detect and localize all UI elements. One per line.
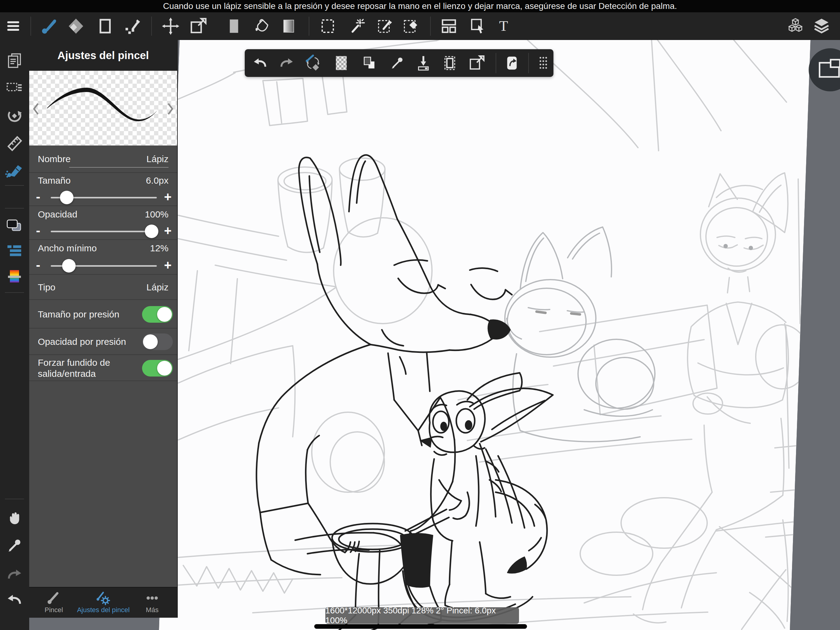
color-palette-icon[interactable] [1,263,28,290]
field-type-row[interactable]: Tipo Lápiz [29,274,177,300]
airbrush-icon[interactable] [1,156,28,184]
brush-gear-icon [95,590,111,606]
select-rect-tool-icon[interactable] [314,12,342,40]
palm-detection-banner: Cuando use un lápiz sensible a la presió… [0,0,840,12]
more-dots-icon [144,590,160,606]
field-label: Nombre [38,154,71,164]
redo-icon[interactable] [1,561,28,589]
top-toolbar: T [0,12,840,40]
divider [5,185,24,186]
brush-tool-icon[interactable] [36,12,63,40]
move-tool-icon[interactable] [157,12,185,40]
toggle-label: Tamaño por presión [38,309,119,320]
drag-handle-icon[interactable] [534,54,553,72]
field-value: 6.0px [146,175,169,186]
decrease-button[interactable]: - [36,190,40,204]
select-pen-tool-icon[interactable] [371,12,399,40]
transform-icon[interactable] [467,54,485,72]
divider [430,17,431,36]
increase-button[interactable]: + [164,258,172,272]
rotate-view-icon[interactable] [503,54,521,72]
toggle-knob [157,307,172,322]
tab-label: Ajustes del pincel [77,606,129,614]
transparent-color-icon[interactable] [332,54,351,72]
toggle-opacity-by-pressure-row: Opacidad por presión [29,328,177,355]
size-by-pressure-toggle[interactable] [142,306,173,323]
field-value: Lápiz [146,154,169,164]
brush-stroke-preview [29,71,178,146]
brush-eraser-swap-icon[interactable] [304,54,322,72]
tab-ajustes-del-pincel[interactable]: Ajustes del pincel [77,590,129,614]
divider [309,17,309,36]
slider-track[interactable] [51,231,157,232]
panel-title: Ajustes del pincel [29,40,177,71]
material-list-icon[interactable] [1,237,28,264]
materials-icon[interactable] [782,12,809,40]
undo-icon[interactable] [1,586,28,614]
name-underline [69,167,169,168]
field-size-row: Tamaño 6.0px - + [29,172,177,206]
force-fade-toggle[interactable] [142,360,173,377]
divider [5,208,24,209]
divider [496,53,496,73]
transform-tool-icon[interactable] [184,12,212,40]
pages-icon[interactable] [1,47,28,75]
decrease-button[interactable]: - [36,258,40,272]
svg-text:T: T [499,18,508,34]
canvas-status: 1600*12000px 350dpi 128% 2° Pincel: 6.0p… [325,607,519,624]
size-slider-thumb[interactable] [60,191,74,204]
tab-label: Más [146,606,159,614]
fill-bucket-icon[interactable] [247,12,275,40]
shape-rect-tool-icon[interactable] [91,12,119,40]
color-swatch-icon[interactable] [220,12,248,40]
toggle-size-by-pressure-row: Tamaño por presión [29,299,177,329]
fg-bg-colors-icon[interactable] [1,212,28,240]
canvas-sheet [159,40,810,630]
tab-mas[interactable]: Más [144,590,160,614]
panel-layout-icon[interactable] [435,12,463,40]
select-frame-icon[interactable] [441,54,459,72]
eyedropper-icon[interactable] [1,532,28,560]
eraser-tool-icon[interactable] [62,12,90,40]
divider [30,17,31,36]
eyedropper-icon[interactable] [388,54,406,72]
object-select-icon[interactable] [464,12,492,40]
rotate-canvas-icon[interactable] [1,101,28,129]
navigator-icon [816,56,840,84]
hand-tool-icon[interactable] [1,504,28,532]
navigator-button[interactable] [808,48,840,91]
tab-pincel[interactable]: Pincel [44,590,63,614]
merge-down-icon[interactable] [414,54,433,72]
layers-icon[interactable] [808,12,835,40]
medibang-paint-app: Cuando use un lápiz sensible a la presió… [0,0,840,630]
home-indicator[interactable] [314,624,527,629]
fg-bg-swap-icon[interactable] [360,54,379,72]
opacity-slider-thumb[interactable] [145,225,158,238]
opacity-by-pressure-toggle[interactable] [142,334,173,350]
field-label: Opacidad [38,209,77,220]
next-brush-chevron[interactable] [164,100,177,117]
toggle-knob [157,361,172,375]
menu-icon[interactable] [0,12,27,40]
select-eraser-tool-icon[interactable] [397,12,425,40]
magic-wand-icon[interactable] [344,12,371,40]
redo-icon[interactable] [277,54,296,72]
minwidth-slider-thumb[interactable] [62,259,76,272]
prev-brush-chevron[interactable] [30,100,42,117]
increase-button[interactable]: + [164,224,172,237]
undo-icon[interactable] [251,54,269,72]
decrease-button[interactable]: - [36,224,40,237]
select-options-icon[interactable] [1,74,28,101]
field-label: Tipo [38,282,55,293]
field-value: Lápiz [146,282,169,293]
gradient-tool-icon[interactable] [275,12,303,40]
field-label: Ancho mínimo [38,243,97,253]
field-minwidth-row: Ancho mínimo 12% - + [29,239,177,275]
increase-button[interactable]: + [164,190,172,204]
field-name-row[interactable]: Nombre Lápiz [29,146,177,172]
toggle-label: Opacidad por presión [38,337,126,347]
ruler-icon[interactable] [1,129,28,157]
vector-pen-tool-icon[interactable] [118,12,146,40]
divider [29,380,177,381]
text-tool-icon[interactable]: T [490,12,518,40]
